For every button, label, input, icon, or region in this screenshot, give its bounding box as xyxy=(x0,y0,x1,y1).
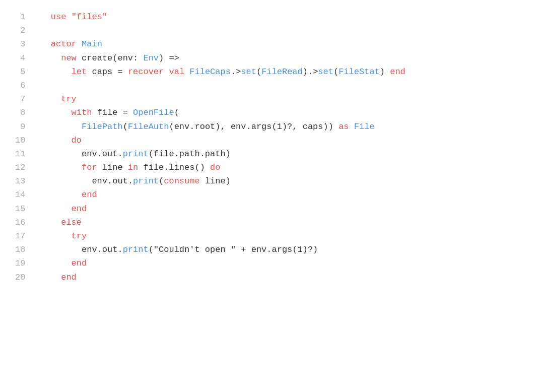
code-token: FilePath xyxy=(40,122,122,132)
code-token: ( xyxy=(123,122,128,132)
code-token: File xyxy=(354,122,375,132)
code-content: use "files" actor Main new create(env: E… xyxy=(35,10,544,382)
code-token: end xyxy=(40,204,87,214)
code-token: OpenFile xyxy=(133,108,174,117)
code-line: use "files" xyxy=(40,10,544,24)
line-number: 7 xyxy=(15,92,25,106)
code-token: end xyxy=(40,273,76,282)
line-number: 2 xyxy=(15,24,25,37)
line-number: 14 xyxy=(15,188,25,202)
line-number: 9 xyxy=(15,120,25,134)
code-token: file = xyxy=(97,108,133,117)
code-token: ( xyxy=(159,176,164,186)
code-token: line xyxy=(102,163,128,172)
code-line: for line in file.lines() do xyxy=(40,161,544,174)
code-token: try xyxy=(40,231,87,241)
code-line: end xyxy=(40,256,544,270)
code-line: with file = OpenFile( xyxy=(40,106,544,119)
code-line: actor Main xyxy=(40,37,544,51)
line-number: 10 xyxy=(15,134,25,147)
code-line: end xyxy=(40,202,544,216)
line-number: 4 xyxy=(15,51,25,65)
code-line: env.out.print(file.path.path) xyxy=(40,147,544,161)
code-token: ( xyxy=(333,67,338,77)
line-number: 19 xyxy=(15,256,25,270)
code-token: use xyxy=(40,12,71,22)
code-token: FileStat xyxy=(338,67,380,77)
code-line: FilePath(FileAuth(env.root), env.args(1)… xyxy=(40,120,544,134)
code-token: line) xyxy=(205,176,231,186)
code-token: recover val xyxy=(128,67,189,77)
code-line: end xyxy=(40,271,544,284)
code-line: env.out.print("Couldn't open " + env.arg… xyxy=(40,243,544,256)
code-token: "files" xyxy=(72,12,107,22)
code-token: ) => xyxy=(159,53,179,63)
code-token: actor xyxy=(40,39,82,49)
code-line: else xyxy=(40,216,544,229)
code-token: new xyxy=(40,53,82,63)
line-number: 11 xyxy=(15,147,25,161)
code-editor: 1234567891011121314151617181920 use "fil… xyxy=(0,0,544,392)
line-number: 12 xyxy=(15,161,25,174)
line-number: 8 xyxy=(15,106,25,119)
code-token: for xyxy=(40,163,102,172)
code-token: env.out. xyxy=(40,149,122,159)
line-number: 1 xyxy=(15,10,25,24)
code-token: set xyxy=(241,67,256,77)
code-token: print xyxy=(123,245,149,254)
code-line: try xyxy=(40,229,544,243)
code-line: do xyxy=(40,134,544,147)
line-number: 6 xyxy=(15,79,25,92)
code-token: in xyxy=(128,163,144,172)
code-token: set xyxy=(318,67,333,77)
code-token: FileCaps xyxy=(189,67,231,77)
code-token: with xyxy=(40,108,97,117)
code-token: ) xyxy=(380,67,390,77)
code-token: file.lines() xyxy=(143,163,210,172)
code-token: end xyxy=(40,258,87,268)
code-token: as xyxy=(338,122,354,132)
code-token: env.out. xyxy=(40,245,122,254)
code-line xyxy=(40,79,544,92)
code-line: try xyxy=(40,92,544,106)
code-token: let xyxy=(40,67,92,77)
line-number: 20 xyxy=(15,271,25,284)
code-token: ( xyxy=(256,67,261,77)
code-token: (env.root), env.args(1)?, caps)) xyxy=(169,122,338,132)
line-number: 3 xyxy=(15,37,25,51)
code-token: end xyxy=(390,67,405,77)
code-token: end xyxy=(40,190,97,200)
code-line: end xyxy=(40,188,544,202)
code-token: do xyxy=(40,136,82,145)
code-token: env.out. xyxy=(40,176,133,186)
code-token: FileRead xyxy=(261,67,303,77)
code-token: do xyxy=(210,163,220,172)
code-token: caps = xyxy=(92,67,127,77)
code-token: .> xyxy=(231,67,241,77)
line-number: 15 xyxy=(15,202,25,216)
code-token: (file.path.path) xyxy=(149,149,231,159)
line-number: 16 xyxy=(15,216,25,229)
code-token: try xyxy=(40,94,76,104)
line-number: 18 xyxy=(15,243,25,256)
code-token: FileAuth xyxy=(128,122,169,132)
line-numbers: 1234567891011121314151617181920 xyxy=(0,10,35,382)
code-token: else xyxy=(40,218,82,227)
line-number: 13 xyxy=(15,174,25,188)
code-token: print xyxy=(133,176,159,186)
code-token: ( xyxy=(174,108,179,117)
code-token: Main xyxy=(82,39,102,49)
code-token: ).> xyxy=(303,67,318,77)
code-token: create(env: xyxy=(82,53,143,63)
line-number: 5 xyxy=(15,65,25,79)
code-token: print xyxy=(123,149,149,159)
code-line: new create(env: Env) => xyxy=(40,51,544,65)
line-number: 17 xyxy=(15,229,25,243)
code-token: ("Couldn't open " + env.args(1)?) xyxy=(149,245,318,254)
code-token: Env xyxy=(143,53,159,63)
code-line: let caps = recover val FileCaps.>set(Fil… xyxy=(40,65,544,79)
code-line: env.out.print(consume line) xyxy=(40,174,544,188)
code-line xyxy=(40,24,544,37)
code-token: consume xyxy=(164,176,205,186)
